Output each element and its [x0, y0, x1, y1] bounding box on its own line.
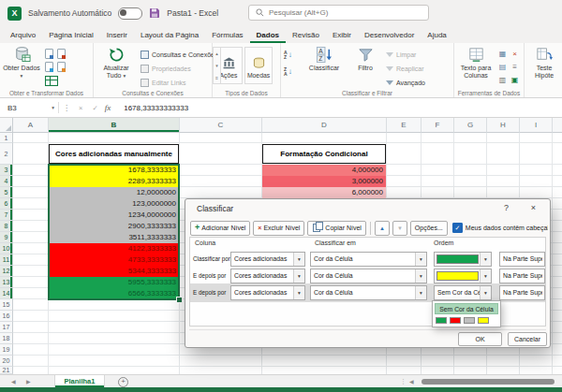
column-header-e[interactable]: E	[387, 118, 422, 133]
cell-b10[interactable]: 4122,3333333	[49, 243, 179, 254]
row-header-10[interactable]: 10	[0, 243, 13, 254]
sheet-tab-planilha1[interactable]: Planilha1	[54, 375, 105, 387]
column-dropdown-1[interactable]: Cores adicionadas▾	[230, 269, 305, 283]
b2-header-cell[interactable]: Cores adicionadas manualmente	[49, 144, 179, 164]
delete-level-button[interactable]: × Excluir Nível	[253, 221, 304, 236]
order-dropdown-1[interactable]: ▾	[434, 269, 492, 283]
row-header-13[interactable]: 13	[0, 277, 13, 288]
ribbon-tab-5[interactable]: Dados	[250, 26, 286, 43]
menu-color-swatch-2[interactable]	[464, 317, 475, 324]
cell-b3[interactable]: 1678,3333333	[49, 165, 179, 176]
sort-on-dropdown-0[interactable]: Cor da Célula▾	[310, 252, 427, 267]
sort-az-button[interactable]: AZ↓	[284, 49, 300, 62]
data-validation-icon[interactable]: ▤	[497, 62, 508, 72]
hscroll-left-icon[interactable]: ◀	[409, 375, 414, 387]
search-box[interactable]: Pesquisar (Alt+G)	[248, 5, 429, 21]
row-header-2[interactable]: 2	[0, 143, 13, 165]
cell-b9[interactable]: 3511,3333333	[49, 232, 179, 243]
sort-on-dropdown-1[interactable]: Cor da Célula▾	[310, 269, 427, 283]
move-level-down-button[interactable]: ▼	[392, 221, 407, 236]
row-header-18[interactable]: 18	[0, 333, 13, 344]
headers-checkbox[interactable]: ✓	[452, 223, 463, 233]
row-header-12[interactable]: 12	[0, 266, 13, 277]
menu-color-swatch-1[interactable]	[450, 317, 461, 324]
confirm-entry-icon[interactable]: ✓	[87, 104, 102, 112]
d2-header-cell[interactable]: Formatação Condicional	[262, 144, 386, 164]
cell-b6[interactable]: 123,0000000	[49, 198, 179, 210]
currencies-data-type-button[interactable]: Moedas	[244, 47, 273, 84]
save-icon[interactable]	[149, 7, 160, 19]
name-box-dropdown-icon[interactable]: ▾	[52, 105, 54, 110]
sort-button[interactable]: AZ Classificar	[302, 44, 347, 87]
column-dropdown-2[interactable]: Cores adicionadas▾	[230, 285, 305, 300]
cell-d4[interactable]: 3,000000	[262, 176, 386, 187]
sheet-nav-left-icon[interactable]: ◀	[11, 375, 16, 387]
ribbon-tab-3[interactable]: Layout da Página	[134, 26, 205, 43]
relationships-icon[interactable]: ▥	[497, 75, 508, 85]
cell-d5[interactable]: 6,000000	[262, 187, 386, 198]
reapply-filter-button[interactable]: Reaplicar	[386, 63, 424, 75]
row-header-16[interactable]: 16	[0, 311, 13, 322]
cell-b7[interactable]: 1234,0000000	[49, 210, 179, 221]
from-text-csv-icon[interactable]	[45, 49, 53, 59]
select-all-corner[interactable]	[0, 118, 13, 133]
recent-sources-icon[interactable]	[45, 62, 53, 72]
dialog-help-button[interactable]: ?	[504, 203, 509, 212]
column-header-g[interactable]: G	[454, 118, 487, 133]
name-box[interactable]: B3 ▾	[0, 98, 58, 117]
cell-b12[interactable]: 5344,3333333	[49, 266, 179, 277]
row-header-11[interactable]: 11	[0, 254, 13, 266]
move-level-up-button[interactable]: ▲	[375, 221, 390, 236]
remove-duplicates-icon[interactable]: ×	[510, 49, 520, 59]
order-dropdown-0[interactable]: ▾	[434, 252, 492, 267]
get-data-button[interactable]: Obter Dados ▾	[2, 44, 41, 87]
sort-on-dropdown-2[interactable]: Cor da Célula▾	[310, 285, 427, 300]
text-to-columns-button[interactable]: Texto para Colunas	[456, 44, 495, 87]
cell-b11[interactable]: 4733,3333333	[49, 254, 179, 266]
gallery-up-icon[interactable]: ▴	[215, 51, 218, 56]
filter-button[interactable]: Filtro	[348, 44, 382, 87]
ribbon-tab-9[interactable]: Ajuda	[421, 26, 452, 43]
gallery-down-icon[interactable]: ▾	[215, 63, 218, 68]
row-header-20[interactable]: 20	[0, 356, 13, 367]
menu-color-swatch-3[interactable]	[478, 317, 489, 324]
column-header-a[interactable]: A	[13, 118, 49, 133]
row-header-4[interactable]: 4	[0, 176, 13, 187]
column-dropdown-0[interactable]: Cores adicionadas▾	[230, 252, 305, 267]
row-header-7[interactable]: 7	[0, 210, 13, 221]
from-web-icon[interactable]	[57, 49, 66, 59]
row-header-17[interactable]: 17	[0, 322, 13, 333]
column-header-c[interactable]: C	[180, 118, 262, 133]
cancel-entry-icon[interactable]: ×	[74, 104, 87, 112]
edit-links-button[interactable]: Editar Links	[140, 77, 186, 89]
row-header-6[interactable]: 6	[0, 198, 13, 210]
ribbon-tab-8[interactable]: Desenvolvedor	[358, 26, 421, 43]
data-model-icon[interactable]: ▣	[510, 75, 520, 85]
row-header-21[interactable]: 21	[0, 367, 13, 374]
menu-item-no-cell-color[interactable]: Sem Cor da Célula	[435, 303, 498, 314]
position-dropdown-1[interactable]: Na Parte Supe	[499, 269, 545, 283]
ribbon-tab-1[interactable]: Página Inicial	[42, 26, 100, 43]
new-sheet-button[interactable]: +	[118, 377, 128, 387]
gallery-scroll-control[interactable]: ▴ ▾ ≡	[213, 47, 221, 84]
row-header-9[interactable]: 9	[0, 232, 13, 243]
consolidate-icon[interactable]: ≡	[510, 62, 520, 72]
existing-connections-icon[interactable]	[57, 62, 66, 72]
selection-handle[interactable]	[176, 297, 183, 303]
autosave-toggle[interactable]	[118, 7, 142, 20]
position-dropdown-2[interactable]: Na Parte Supe	[499, 285, 545, 300]
formula-input[interactable]: 1678,33333333333	[116, 104, 188, 112]
advanced-filter-button[interactable]: Avançado	[386, 77, 425, 89]
cell-b14[interactable]: 6566,3333333	[49, 288, 179, 299]
dialog-close-button[interactable]: ×	[531, 203, 536, 212]
cancel-button[interactable]: Cancelar	[508, 332, 547, 346]
column-header-i[interactable]: I	[520, 118, 553, 133]
options-button[interactable]: Opções...	[410, 221, 448, 236]
copy-level-button[interactable]: Copiar Nível	[307, 221, 366, 236]
order-dropdown-2[interactable]: Sem Cor da Célula▾	[434, 285, 492, 300]
cell-b5[interactable]: 12,0000000	[49, 187, 179, 198]
column-header-f[interactable]: F	[422, 118, 454, 133]
row-header-5[interactable]: 5	[0, 187, 13, 198]
row-header-15[interactable]: 15	[0, 299, 13, 311]
sort-za-button[interactable]: ZA↓	[284, 65, 300, 79]
